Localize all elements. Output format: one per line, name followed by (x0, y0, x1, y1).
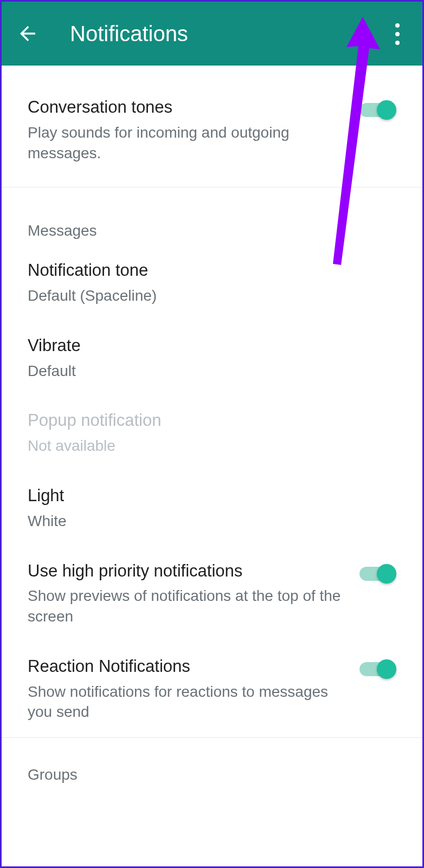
setting-value: White (28, 511, 386, 532)
reaction-notifications-setting[interactable]: Reaction Notifications Show notification… (2, 642, 422, 737)
setting-title: Popup notification (28, 410, 386, 431)
back-button[interactable] (11, 17, 44, 50)
setting-subtitle: Show previews of notifications at the to… (28, 586, 349, 627)
more-vertical-icon (395, 23, 400, 28)
more-options-button[interactable] (384, 19, 410, 49)
setting-subtitle: Play sounds for incoming and outgoing me… (28, 122, 349, 164)
reaction-notifications-switch[interactable] (359, 658, 396, 680)
setting-title: Reaction Notifications (28, 656, 349, 677)
groups-section-header: Groups (2, 738, 422, 799)
setting-value: Default (28, 361, 386, 381)
setting-title: Conversation tones (28, 97, 349, 118)
vibrate-setting[interactable]: Vibrate Default (2, 321, 422, 397)
setting-value: Not available (28, 436, 386, 456)
setting-subtitle: Show notifications for reactions to mess… (28, 682, 349, 723)
notification-tone-setting[interactable]: Notification tone Default (Spaceline) (2, 246, 422, 321)
setting-title: Use high priority notifications (28, 561, 349, 582)
popup-notification-setting: Popup notification Not available (2, 396, 422, 471)
setting-title: Vibrate (28, 335, 386, 357)
high-priority-setting[interactable]: Use high priority notifications Show pre… (2, 547, 422, 642)
light-setting[interactable]: Light White (2, 471, 422, 547)
messages-section-header: Messages (2, 187, 422, 246)
arrow-back-icon (16, 22, 39, 45)
conversation-tones-setting[interactable]: Conversation tones Play sounds for incom… (2, 66, 422, 187)
app-header: Notifications (2, 2, 422, 66)
setting-value: Default (Spaceline) (28, 286, 386, 306)
page-title: Notifications (70, 22, 188, 46)
conversation-tones-switch[interactable] (359, 99, 396, 121)
high-priority-switch[interactable] (359, 563, 396, 585)
setting-title: Notification tone (28, 260, 386, 281)
settings-list: Conversation tones Play sounds for incom… (2, 66, 422, 799)
setting-title: Light (28, 485, 386, 507)
